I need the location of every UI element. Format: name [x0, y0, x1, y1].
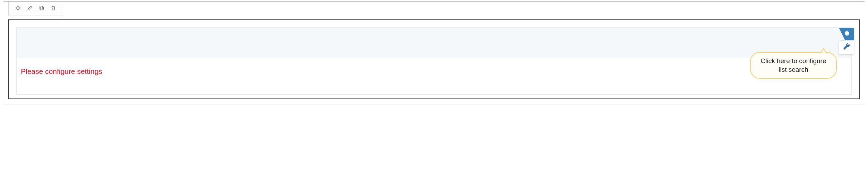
delete-button[interactable] [48, 4, 59, 14]
svg-rect-1 [40, 6, 43, 9]
content-header [17, 28, 851, 58]
tooltip-text: Click here to configure list search [760, 57, 826, 73]
gear-icon [843, 30, 850, 38]
trash-icon [50, 5, 57, 12]
webpart-toolbar [8, 2, 63, 16]
svg-rect-0 [41, 7, 43, 10]
webpart-content: Please configure settings [17, 28, 851, 94]
page-container: Please configure settings Click here to … [3, 1, 865, 104]
move-icon [15, 5, 21, 12]
configure-tooltip: Click here to configure list search [750, 52, 837, 79]
edit-button[interactable] [24, 4, 36, 14]
wrench-icon [843, 43, 850, 52]
configure-tool-button[interactable] [839, 40, 854, 54]
copy-icon [38, 5, 45, 12]
move-button[interactable] [12, 4, 24, 14]
webpart-frame: Please configure settings Click here to … [8, 19, 860, 99]
duplicate-button[interactable] [36, 4, 48, 14]
configure-warning-text: Please configure settings [17, 58, 851, 76]
pencil-icon [27, 5, 33, 12]
